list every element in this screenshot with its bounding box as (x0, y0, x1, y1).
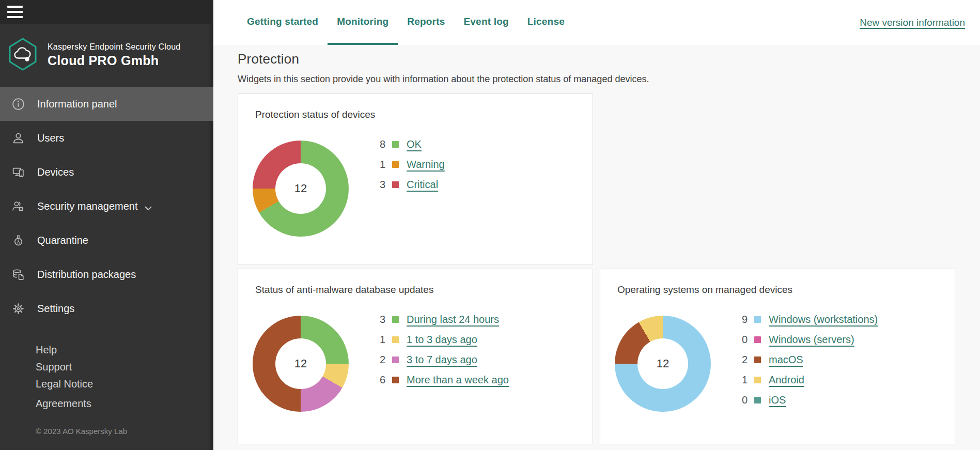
legend-swatch (392, 141, 399, 148)
legend-row: 8OK (372, 137, 445, 151)
legend-swatch (754, 377, 761, 383)
donut-chart[interactable]: 12 (253, 316, 349, 412)
legend-swatch (392, 336, 399, 343)
sidebar: Kaspersky Endpoint Security Cloud Cloud … (0, 0, 213, 450)
sidebar-item-distribution-packages[interactable]: Distribution packages (0, 257, 213, 291)
legend-swatch (754, 336, 761, 343)
legend-row: 11 to 3 days ago (372, 333, 509, 346)
sidebar-item-security-management[interactable]: Security management (0, 189, 213, 223)
sidebar-item-users[interactable]: Users (0, 121, 213, 155)
legend: 9Windows (workstations)0Windows (servers… (734, 313, 878, 413)
sidebar-item-devices[interactable]: Devices (0, 155, 213, 189)
sidebar-item-label: Quarantine (37, 235, 88, 246)
hamburger-menu-icon[interactable] (7, 6, 23, 18)
page-description: Widgets in this section provide you with… (238, 74, 980, 85)
tab-event-log[interactable]: Event log (454, 0, 518, 45)
sidebar-link-legal-notice[interactable]: Legal Notice (36, 376, 213, 393)
tab-monitoring[interactable]: Monitoring (328, 0, 398, 45)
legend-link-android[interactable]: Android (769, 374, 804, 386)
donut-total: 12 (275, 338, 326, 389)
sidebar-item-label: Security management (37, 200, 138, 212)
donut-total: 12 (637, 338, 688, 389)
widget-card-protection-status-of-devices: Protection status of devices128OK1Warnin… (238, 94, 593, 265)
legend-swatch (392, 316, 399, 323)
donut-total: 12 (275, 163, 326, 214)
widget-title: Operating systems on managed devices (617, 284, 792, 296)
legend-swatch (754, 356, 761, 363)
legend: 8OK1Warning3Critical (372, 137, 445, 198)
sidebar-item-label: Settings (37, 303, 74, 315)
legend-count: 1 (372, 159, 385, 170)
legend-count: 1 (734, 374, 748, 386)
sidebar-item-label: Information panel (37, 98, 117, 110)
legend-link-ios[interactable]: iOS (769, 394, 786, 406)
legend-row: 6More than a week ago (372, 373, 509, 386)
legend-link-more-than-a-week-ago[interactable]: More than a week ago (407, 374, 509, 386)
sidebar-item-information-panel[interactable]: Information panel (0, 87, 213, 121)
legend-row: 1Android (734, 373, 878, 386)
legend-link-during-last-24-hours[interactable]: During last 24 hours (407, 314, 499, 325)
sidebar-link-support[interactable]: Support (36, 359, 213, 376)
legend-count: 3 (372, 179, 385, 191)
quarantine-flask-icon (11, 233, 25, 247)
legend-link-1-to-3-days-ago[interactable]: 1 to 3 days ago (407, 334, 477, 346)
legend-count: 1 (372, 334, 385, 346)
legend-swatch (754, 397, 761, 404)
sidebar-link-help[interactable]: Help (36, 342, 213, 359)
users-icon (11, 131, 25, 145)
sidebar-item-label: Users (37, 132, 64, 144)
gear-icon (11, 301, 25, 316)
page-title: Protection (238, 51, 980, 67)
sidebar-footer-links: HelpSupportLegal NoticeAgreements (0, 342, 213, 412)
legend-count: 2 (372, 354, 385, 366)
legend-count: 0 (734, 334, 748, 346)
legend-link-macos[interactable]: macOS (769, 354, 803, 366)
widgets-row-2: Status of anti-malware database updates1… (238, 269, 980, 444)
info-icon (11, 97, 25, 111)
donut-chart[interactable]: 12 (615, 316, 711, 412)
legend-link-windows-workstations[interactable]: Windows (workstations) (769, 314, 878, 325)
sidebar-nav: Information panelUsersDevicesSecurity ma… (0, 87, 213, 325)
legend-swatch (392, 377, 399, 383)
legend-link-ok[interactable]: OK (407, 138, 422, 150)
product-name: Kaspersky Endpoint Security Cloud (48, 42, 180, 52)
legend-count: 2 (734, 354, 748, 366)
legend-count: 3 (372, 314, 385, 325)
sidebar-item-label: Devices (37, 166, 74, 178)
legend-row: 0iOS (734, 393, 878, 407)
kaspersky-cloud-logo-icon (8, 38, 38, 73)
donut-chart[interactable]: 12 (253, 141, 349, 237)
chevron-down-icon (145, 201, 152, 213)
legend-count: 9 (734, 314, 748, 325)
legend-count: 6 (372, 374, 385, 386)
legend-swatch (754, 316, 761, 323)
legend-link-warning[interactable]: Warning (407, 159, 445, 170)
tab-license[interactable]: License (518, 0, 574, 45)
sidebar-item-quarantine[interactable]: Quarantine (0, 223, 213, 257)
brand-block: Kaspersky Endpoint Security Cloud Cloud … (0, 24, 213, 73)
legend-link-windows-servers[interactable]: Windows (servers) (769, 334, 854, 346)
legend-count: 8 (372, 138, 385, 150)
widget-card-operating-systems-on-managed-devices: Operating systems on managed devices129W… (600, 269, 955, 444)
distribution-packages-icon (11, 267, 25, 282)
legend-row: 2macOS (734, 353, 878, 366)
legend: 3During last 24 hours11 to 3 days ago23 … (372, 313, 509, 393)
page-body: Protection Widgets in this section provi… (213, 45, 980, 444)
legend-row: 0Windows (servers) (734, 333, 878, 346)
legend-row: 1Warning (372, 158, 445, 171)
legend-row: 3Critical (372, 178, 445, 191)
sidebar-top-strip (0, 0, 213, 24)
sidebar-link-agreements[interactable]: Agreements (36, 395, 213, 412)
sidebar-item-label: Distribution packages (37, 269, 136, 281)
legend-count: 0 (734, 394, 748, 406)
tab-getting-started[interactable]: Getting started (238, 0, 328, 45)
legend-row: 3During last 24 hours (372, 313, 509, 326)
security-management-icon (11, 199, 25, 213)
legend-link-critical[interactable]: Critical (407, 179, 438, 191)
widget-card-status-of-anti-malware-database-updates: Status of anti-malware database updates1… (238, 269, 593, 444)
legend-swatch (392, 356, 399, 363)
sidebar-item-settings[interactable]: Settings (0, 291, 213, 325)
legend-link-3-to-7-days-ago[interactable]: 3 to 7 days ago (407, 354, 477, 366)
tab-reports[interactable]: Reports (398, 0, 454, 45)
new-version-information-link[interactable]: New version information (860, 17, 965, 28)
